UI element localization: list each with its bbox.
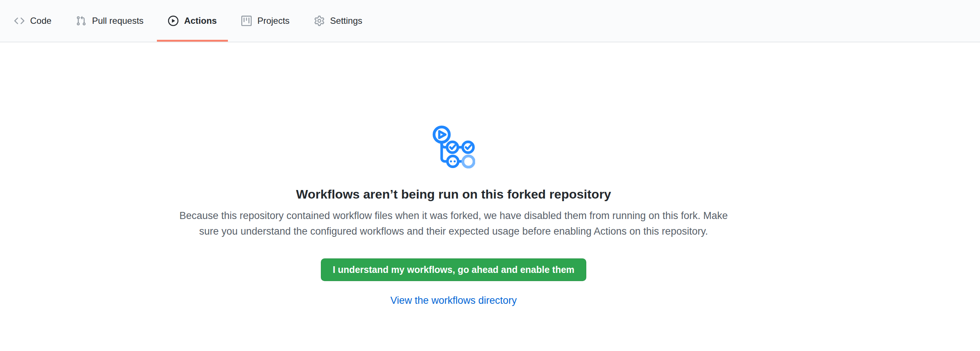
play-icon [168,16,178,26]
tab-actions-label: Actions [184,16,217,25]
tab-pull-requests-label: Pull requests [92,16,143,25]
tab-projects[interactable]: Projects [230,0,301,42]
tab-projects-label: Projects [257,16,290,25]
description-line-1: Because this repository contained workfl… [0,208,907,224]
blankslate-description: Because this repository contained workfl… [0,208,907,239]
tab-settings[interactable]: Settings [303,0,374,42]
tab-settings-label: Settings [330,16,363,25]
git-pull-request-icon [76,16,86,26]
actions-page: Workflows aren’t being run on this forke… [0,42,980,307]
workflows-disabled-blankslate: Workflows aren’t being run on this forke… [0,42,907,307]
link-row: View the workflows directory [0,295,907,307]
workflow-graph-icon [432,125,475,168]
view-workflows-directory-link[interactable]: View the workflows directory [390,295,517,306]
code-icon [14,16,24,26]
blankslate-title: Workflows aren’t being run on this forke… [0,186,907,202]
enable-workflows-button[interactable]: I understand my workflows, go ahead and … [321,259,586,281]
project-icon [241,16,252,26]
tab-pull-requests[interactable]: Pull requests [65,0,155,42]
gear-icon [314,16,325,26]
tab-code-label: Code [30,16,51,25]
tab-actions[interactable]: Actions [157,0,228,42]
tab-code[interactable]: Code [3,0,62,42]
description-line-2: sure you understand the configured workf… [0,224,907,239]
repo-tabnav: Code Pull requests Actions Projects Sett… [0,0,980,42]
